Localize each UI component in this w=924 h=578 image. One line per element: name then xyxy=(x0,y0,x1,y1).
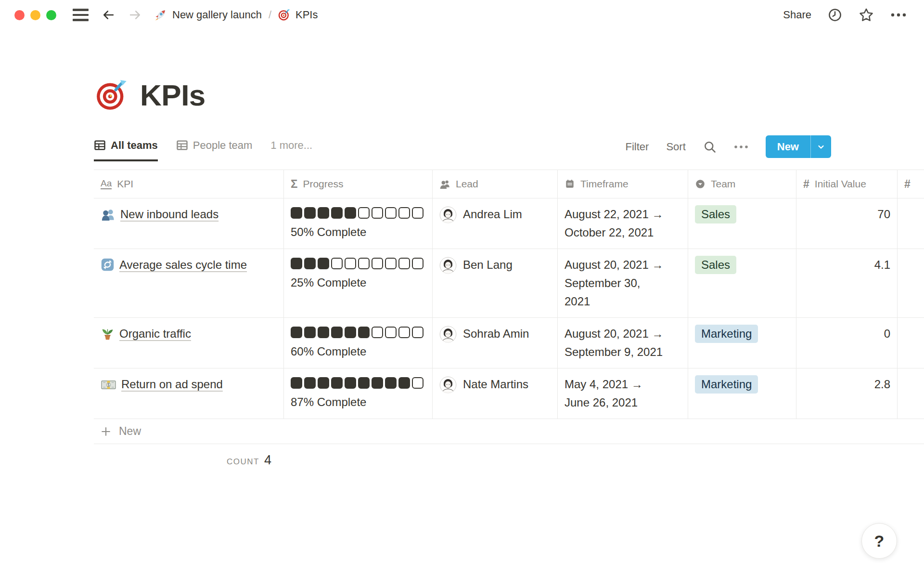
progress-label: 87% Complete xyxy=(291,393,425,411)
team-cell[interactable]: Sales xyxy=(688,198,796,249)
column-header-lead[interactable]: Lead xyxy=(433,170,558,198)
new-button-label[interactable]: New xyxy=(766,135,810,158)
progress-square-filled xyxy=(331,207,343,219)
extra-cell[interactable] xyxy=(898,318,924,368)
kpi-cell[interactable]: Organic traffic xyxy=(94,318,284,368)
kpi-page-link[interactable]: New inbound leads xyxy=(120,208,218,221)
progress-square-filled xyxy=(358,377,370,389)
number-property-icon: # xyxy=(904,179,911,190)
progress-cell[interactable]: 50% Complete xyxy=(284,198,433,249)
kpi-page-link[interactable]: Average sales cycle time xyxy=(119,258,247,271)
team-cell[interactable]: Sales xyxy=(688,249,796,317)
close-window-button[interactable] xyxy=(14,10,25,20)
kpi-row-icon: $ xyxy=(101,379,116,391)
lead-cell[interactable]: Andrea Lim xyxy=(433,198,558,249)
star-icon[interactable] xyxy=(859,7,874,23)
back-arrow-icon[interactable] xyxy=(101,8,116,22)
timeframe-text: August 22, 2021 → October 22, 2021 xyxy=(565,205,665,242)
team-cell[interactable]: Marketing xyxy=(688,368,796,419)
initial-value-cell[interactable]: 70 xyxy=(796,198,898,249)
timeframe-cell[interactable]: August 20, 2021 → September 9, 2021 xyxy=(558,318,688,368)
breadcrumb-current[interactable]: KPIs xyxy=(295,9,318,21)
zoom-window-button[interactable] xyxy=(46,10,56,20)
lead-cell[interactable]: Sohrab Amin xyxy=(433,318,558,368)
lead-cell[interactable]: Ben Lang xyxy=(433,249,558,317)
progress-bar xyxy=(291,325,425,338)
lead-cell[interactable]: Nate Martins xyxy=(433,368,558,419)
column-header-kpi[interactable]: Aa KPI xyxy=(94,170,284,198)
initial-value-cell[interactable]: 0 xyxy=(796,318,898,368)
plus-icon xyxy=(100,426,112,437)
progress-square-empty xyxy=(385,207,397,219)
initial-value-cell[interactable]: 2.8 xyxy=(796,368,898,419)
breadcrumb-parent[interactable]: New gallery launch xyxy=(172,9,262,21)
kpi-cell[interactable]: New inbound leads xyxy=(94,198,284,249)
progress-square-filled xyxy=(345,207,356,219)
search-icon[interactable] xyxy=(703,140,717,154)
sort-button[interactable]: Sort xyxy=(666,141,685,153)
kpi-cell[interactable]: $Return on ad spend xyxy=(94,368,284,419)
add-row-button[interactable]: New xyxy=(94,419,924,444)
progress-square-filled xyxy=(291,377,302,389)
timeframe-cell[interactable]: May 4, 2021 → June 26, 2021 xyxy=(558,368,688,419)
extra-cell[interactable] xyxy=(898,368,924,419)
table-row: New inbound leads 50% Complete Andrea Li… xyxy=(94,198,924,249)
add-row-label: New xyxy=(119,425,141,438)
kpi-page-link[interactable]: Return on ad spend xyxy=(121,378,223,391)
progress-square-filled xyxy=(291,327,302,338)
column-header-team[interactable]: Team xyxy=(688,170,796,198)
team-tag: Sales xyxy=(695,256,736,274)
tab-people-team[interactable]: People team xyxy=(176,139,253,159)
date-property-icon xyxy=(565,179,575,189)
team-cell[interactable]: Marketing xyxy=(688,318,796,368)
forward-arrow-icon[interactable] xyxy=(128,8,142,22)
filter-button[interactable]: Filter xyxy=(626,141,649,153)
help-button[interactable]: ? xyxy=(861,523,897,559)
sidebar-menu-icon[interactable] xyxy=(73,9,89,21)
progress-cell[interactable]: 25% Complete xyxy=(284,249,433,317)
page-title[interactable]: KPIs xyxy=(140,78,205,112)
progress-square-filled xyxy=(318,258,329,269)
progress-square-empty xyxy=(345,258,356,269)
view-options-icon[interactable] xyxy=(734,144,748,149)
more-options-icon[interactable] xyxy=(890,12,907,18)
column-header-progress[interactable]: Σ Progress xyxy=(284,170,433,198)
avatar xyxy=(439,257,457,274)
column-header-timeframe[interactable]: Timeframe xyxy=(558,170,688,198)
page-target-icon[interactable] xyxy=(96,79,128,112)
extra-cell[interactable] xyxy=(898,198,924,249)
progress-cell[interactable]: 60% Complete xyxy=(284,318,433,368)
initial-value: 0 xyxy=(884,327,890,340)
progress-square-filled xyxy=(358,327,370,338)
lead-name: Sohrab Amin xyxy=(463,325,529,343)
chevron-down-icon[interactable] xyxy=(811,135,831,158)
minimize-window-button[interactable] xyxy=(30,10,40,20)
new-record-button[interactable]: New xyxy=(766,135,831,158)
timeframe-text: May 4, 2021 → June 26, 2021 xyxy=(565,375,665,412)
timeframe-cell[interactable]: August 20, 2021 → September 30, 2021 xyxy=(558,249,688,317)
share-button[interactable]: Share xyxy=(783,9,811,21)
column-header-extra[interactable]: # xyxy=(898,170,924,198)
progress-square-filled xyxy=(331,377,343,389)
progress-square-empty xyxy=(358,258,370,269)
more-views-button[interactable]: 1 more... xyxy=(270,139,312,159)
progress-square-empty xyxy=(412,327,424,338)
column-header-initial-value[interactable]: # Initial Value xyxy=(796,170,898,198)
lead-name: Andrea Lim xyxy=(463,205,522,223)
breadcrumb-separator: / xyxy=(269,9,271,21)
tab-all-teams[interactable]: All teams xyxy=(94,139,158,161)
table-view-icon xyxy=(176,139,188,151)
progress-square-empty xyxy=(412,377,424,389)
clock-icon[interactable] xyxy=(828,8,842,22)
progress-cell[interactable]: 87% Complete xyxy=(284,368,433,419)
kpi-cell[interactable]: Average sales cycle time xyxy=(94,249,284,317)
kpi-page-link[interactable]: Organic traffic xyxy=(119,327,191,340)
extra-cell[interactable] xyxy=(898,249,924,317)
timeframe-cell[interactable]: August 22, 2021 → October 22, 2021 xyxy=(558,198,688,249)
progress-square-empty xyxy=(412,258,424,269)
progress-square-filled xyxy=(345,327,356,338)
initial-value-cell[interactable]: 4.1 xyxy=(796,249,898,317)
progress-bar xyxy=(291,375,425,389)
count-calculation[interactable]: COUNT4 xyxy=(94,444,284,468)
traffic-lights xyxy=(14,10,56,20)
